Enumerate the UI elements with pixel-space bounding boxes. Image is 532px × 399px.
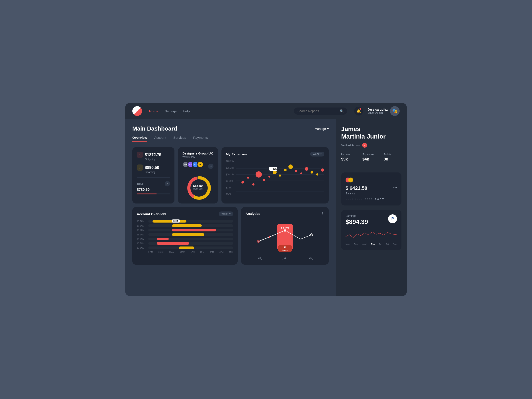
- balance-card: ↑ $1872.75 Outgoing ↓ $890.50 Incoming: [132, 147, 174, 203]
- overview-chevron-icon: ▾: [229, 212, 231, 215]
- verified-label: Verified Acount: [341, 144, 361, 147]
- income-value: $9k: [341, 157, 359, 162]
- svg-point-13: [263, 179, 265, 181]
- search-icon: 🔍: [340, 109, 344, 113]
- svg-text:March: March: [308, 259, 313, 260]
- user-role: Super Admin: [367, 111, 388, 114]
- designers-card: Designers Group UK Weekly Pay DR MD PX 0…: [178, 147, 218, 203]
- gantt-bar: [179, 247, 194, 249]
- earnings-mini-chart: [346, 228, 397, 241]
- incoming-label: Incoming: [145, 171, 170, 174]
- right-panel: JamesMartinia Junior Verified Acount ✓ I…: [336, 119, 407, 296]
- incoming-amount: $890.50: [145, 165, 159, 170]
- bottom-cards-row: Account Overview Week ▾ 18 JAN: [132, 207, 329, 265]
- nav-help[interactable]: Help: [183, 109, 190, 113]
- svg-text:March: March: [257, 259, 262, 260]
- card-more-button[interactable]: •••: [393, 185, 397, 189]
- nav-home[interactable]: Home: [149, 109, 158, 113]
- tab-account[interactable]: Account: [154, 136, 166, 142]
- scatter-area: 31K: [236, 160, 324, 196]
- svg-point-18: [284, 169, 287, 171]
- verified-badge: Verified Acount ✓: [341, 143, 401, 148]
- incoming-item: ↓ $890.50 Incoming: [137, 165, 170, 174]
- svg-point-14: [268, 176, 270, 177]
- svg-text:August: August: [282, 249, 288, 251]
- donut-amount: $85.50: [193, 184, 203, 188]
- donut-label: Received: [193, 188, 203, 190]
- gantt-tooltip: $30.5: [172, 219, 180, 222]
- avatar-icon: 🎭: [392, 108, 398, 114]
- svg-point-21: [300, 172, 302, 174]
- tab-overview[interactable]: Overview: [132, 136, 147, 142]
- expenses-value: $4k: [362, 157, 380, 162]
- gantt-bar: [152, 220, 186, 222]
- gantt-x-labels: 9 AM 10AM 11AM 12PM 1PM 2PM 3PM 4PM 5PM: [148, 251, 233, 253]
- mastercard-right-circle: [348, 177, 353, 183]
- manage-button[interactable]: Manage ▾: [315, 127, 329, 131]
- outgoing-label: Outgoing: [145, 158, 170, 161]
- dashboard-header: Main Dashboard Manage ▾: [132, 125, 329, 132]
- day-tue: Tue: [354, 243, 358, 246]
- points-label: Points: [384, 153, 401, 156]
- topup-amount: $780.50: [137, 188, 170, 192]
- verified-check-icon: ✓: [362, 143, 367, 148]
- user-name: Jessica Lofez: [367, 108, 388, 111]
- svg-point-24: [316, 173, 318, 176]
- svg-text:August: August: [282, 259, 288, 260]
- user-info: Jessica Lofez Super Admin 🎭: [367, 106, 400, 116]
- svg-text:31K: 31K: [273, 168, 277, 170]
- notifications-button[interactable]: 🔔: [354, 107, 363, 115]
- expenses-week-button[interactable]: Week ▾: [310, 152, 324, 157]
- overview-week-button[interactable]: Week ▾: [219, 211, 233, 216]
- svg-point-36: [284, 230, 285, 231]
- stats-row: Income $9k Expences $4k Points 98: [341, 153, 401, 167]
- search-input[interactable]: [298, 109, 338, 113]
- svg-point-20: [295, 170, 297, 172]
- svg-point-10: [247, 177, 249, 179]
- day-sat: Sat: [386, 243, 389, 246]
- search-bar[interactable]: 🔍: [294, 108, 347, 115]
- expenses-stat: Expences $4k: [362, 153, 380, 162]
- analytics-more-button[interactable]: ⋮: [321, 211, 324, 216]
- payment-card-section: $ 6421.50 ••• Balance **** **** **** 366…: [341, 172, 401, 205]
- earnings-label: Earnings: [346, 214, 368, 217]
- svg-point-23: [310, 171, 313, 174]
- avatar[interactable]: 🎭: [390, 106, 400, 116]
- designers-arrow-button[interactable]: ↗: [208, 164, 214, 169]
- designers-title: Designers Group UK: [183, 152, 214, 155]
- scatter-plot: $20-25k $15-20k $10-15k $5-10k $1-5k $0-…: [226, 160, 324, 196]
- topup-arrow-button[interactable]: ↗: [165, 181, 170, 186]
- income-label: Income: [341, 153, 359, 156]
- tab-payments[interactable]: Payments: [193, 136, 208, 142]
- progress-fill: [137, 194, 157, 194]
- svg-text:21: 21: [284, 257, 286, 259]
- navbar-right: 🔔 Jessica Lofez Super Admin 🎭: [354, 106, 400, 116]
- left-panel: Main Dashboard Manage ▾ Overview Account…: [125, 119, 336, 296]
- gantt-row-12jan: 12 JAN: [137, 247, 233, 249]
- tabs: Overview Account Services Payments: [132, 136, 329, 142]
- earnings-amount: $894.39: [346, 218, 368, 225]
- outgoing-arrow-icon: ↑: [137, 152, 143, 158]
- svg-point-19: [288, 165, 293, 169]
- outgoing-item: ↑ $1872.75 Outgoing: [137, 152, 170, 161]
- day-fri: Fri: [379, 243, 381, 246]
- gantt-row-13jan: 13 JAN: [137, 242, 233, 245]
- outgoing-amount: $1872.75: [145, 152, 161, 157]
- tab-services[interactable]: Services: [173, 136, 186, 142]
- paypal-icon: P: [388, 214, 397, 223]
- svg-point-17: [279, 174, 281, 177]
- gantt-bar: [172, 233, 204, 236]
- svg-point-16: [273, 170, 277, 174]
- avatar-count: 08: [197, 161, 203, 168]
- paypal-p-icon: P: [392, 217, 394, 221]
- nav-settings[interactable]: Settings: [165, 109, 177, 113]
- incoming-arrow-icon: ↓: [137, 165, 143, 171]
- svg-text:21: 21: [284, 246, 286, 249]
- topup-label: Topup: [137, 183, 143, 185]
- income-stat: Income $9k: [341, 153, 359, 162]
- svg-point-25: [321, 168, 324, 171]
- topup-progress: [137, 194, 170, 194]
- day-labels: Mon Tue Wed Thu Fri Sat Sun: [346, 243, 397, 246]
- analytics-card: Analytics ⋮ $ 53.96 21 August: [241, 207, 329, 265]
- profile-name: JamesMartinia Junior: [341, 125, 401, 140]
